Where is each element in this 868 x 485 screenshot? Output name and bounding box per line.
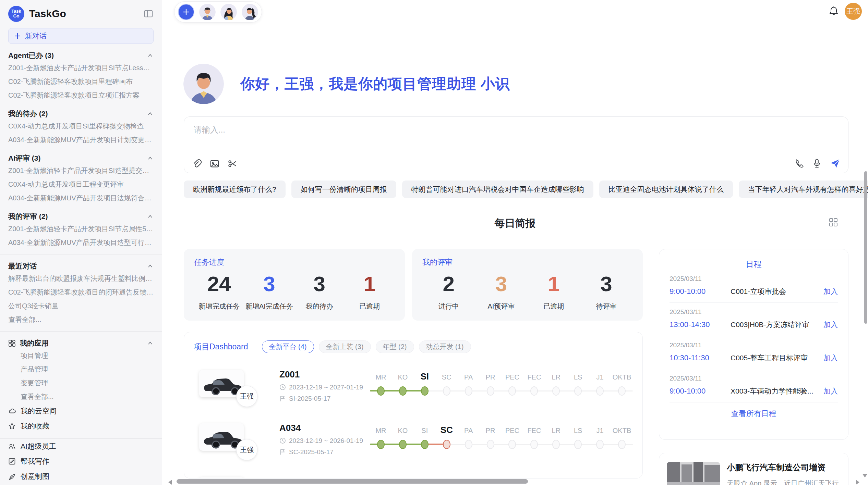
scroll-left-arrow[interactable] [168, 480, 172, 485]
milestone-node[interactable] [487, 386, 494, 396]
milestone-node[interactable] [399, 386, 407, 396]
scroll-down-arrow[interactable] [863, 474, 867, 477]
sidebar-item[interactable]: C0X4-动力总成开发项目工程变更评审 [8, 177, 154, 191]
dashboard-tab[interactable]: 动总开发 (1) [419, 340, 471, 353]
schedule-join-link[interactable]: 加入 [823, 386, 838, 396]
project-row[interactable]: 王强A0342023-12-19 ~ 2026-01-19SC-2025-05-… [194, 418, 633, 460]
suggestion-chip[interactable]: 如何写一份清晰的项目周报 [291, 181, 396, 198]
milestone-label: PR [486, 427, 495, 435]
project-row-partial [194, 472, 633, 478]
milestone-node[interactable] [487, 440, 494, 449]
user-avatar[interactable]: 王强 [845, 3, 862, 20]
milestone-node[interactable] [530, 440, 538, 449]
sidebar-item[interactable]: Z001-全新燃油轻卡产品开发项目SI节点属性5D文件评审 [8, 222, 154, 236]
view-all-schedule-link[interactable]: 查看所有日程 [670, 409, 838, 419]
milestone-node[interactable] [377, 386, 385, 396]
sidebar-link[interactable]: 我的收藏 [8, 419, 154, 434]
project-row[interactable]: 王强Z0012023-12-19 ~ 2027-01-19SI-2025-05-… [194, 365, 633, 407]
sidebar-item[interactable]: 公司Q3轻卡销量 [8, 299, 154, 313]
attachment-paperclip-icon[interactable] [192, 159, 202, 169]
scroll-right-arrow[interactable] [856, 480, 859, 485]
sidebar-item[interactable]: A034-全新新能源MUV产品开发项目造型可行性评审 [8, 236, 154, 249]
suggestion-chip[interactable]: 特朗普可能对进口汽车增税会对中国车企造成哪些影响 [402, 181, 593, 198]
stat-item: 3我的待办 [294, 272, 345, 311]
sidebar-section-header[interactable]: Agent已办 (3) [8, 50, 154, 61]
milestone-node[interactable] [552, 440, 560, 449]
image-icon[interactable] [209, 159, 220, 169]
sidebar-item[interactable]: C02-飞腾新能源轻客改款项目里程碑画布 [8, 75, 154, 88]
schedule-join-link[interactable]: 加入 [823, 353, 838, 363]
scissors-icon[interactable] [227, 159, 238, 169]
sidebar-section-header[interactable]: 我的待办 (2) [8, 108, 154, 119]
suggestion-chip[interactable]: 比亚迪全固态电池计划具体说了什么 [599, 181, 733, 198]
milestone-node[interactable] [443, 386, 450, 396]
milestone-node[interactable] [574, 440, 582, 449]
schedule-join-link[interactable]: 加入 [823, 287, 838, 296]
sidebar-item[interactable]: Z001-全新燃油皮卡产品开发项目SI节点Lesson Learn报告 [8, 61, 154, 75]
sidebar-item[interactable]: C0X4-动力总成开发项目SI里程碑提交物检查 [8, 119, 154, 133]
sidebar-section-header[interactable]: 最近对话 [8, 261, 154, 272]
sidebar-section-header[interactable]: 我的评审 (2) [8, 211, 154, 222]
sidebar-collapse-icon[interactable] [143, 9, 154, 19]
milestone-node[interactable] [596, 440, 604, 449]
suggestion-chip[interactable]: 当下年轻人对汽车外观有怎样的喜好趋势 [739, 181, 868, 198]
sidebar-section-header[interactable]: 我的应用 [8, 338, 154, 349]
sidebar-tool[interactable]: AI超级员工 [8, 439, 154, 454]
milestone-label: LS [574, 373, 582, 381]
sidebar-item[interactable]: C02-飞腾新能源轻客改款项目立项汇报方案 [8, 88, 154, 102]
news-card[interactable]: 小鹏飞行汽车制造公司增资 天眼查 App 显示，近日广州汇天飞行汽... [659, 453, 848, 485]
milestone-label: PA [464, 373, 473, 381]
sidebar-item[interactable]: A034-全新新能源MUV产品开发项目计划变更表编写 [8, 133, 154, 147]
layout-grid-icon[interactable] [829, 218, 838, 228]
horizontal-scrollbar[interactable] [177, 479, 528, 484]
add-agent-button[interactable] [178, 4, 194, 20]
sidebar-view-all[interactable]: 查看全部... [8, 313, 154, 326]
milestone-node[interactable] [399, 440, 407, 449]
milestone-node[interactable] [618, 386, 626, 396]
sidebar-app-item[interactable]: 产品管理 [8, 362, 154, 376]
sidebar-link[interactable]: 我的云空间 [8, 403, 154, 419]
notification-bell-icon[interactable] [828, 5, 839, 18]
sidebar-item[interactable]: A034-全新新能源MUV产品开发项目法规符合性评审 [8, 191, 154, 205]
vertical-scrollbar[interactable] [864, 171, 867, 324]
microphone-icon[interactable] [812, 158, 822, 169]
milestone-node[interactable] [530, 386, 538, 396]
milestone-label: FEC [527, 373, 541, 381]
milestone-node[interactable] [443, 440, 450, 449]
dashboard-tab[interactable]: 全新上装 (3) [319, 340, 371, 353]
sidebar-item[interactable]: C02-飞腾新能源轻客改款项目的闭环通告反馈情况 [8, 285, 154, 299]
milestone-node[interactable] [465, 440, 472, 449]
new-chat-button[interactable]: 新对话 [8, 28, 154, 44]
message-input[interactable] [193, 124, 776, 154]
sidebar-item[interactable]: 解释最新出台的欧盟报废车法规再生塑料比例被调至15%... [8, 272, 154, 285]
sidebar-section: AI评审 (3)Z001-全新燃油轻卡产品开发项目SI造型提交物评审C0X4-动… [8, 153, 154, 205]
sidebar-section-header[interactable]: AI评审 (3) [8, 153, 154, 164]
milestone-node[interactable] [508, 440, 516, 449]
sidebar-view-all[interactable]: 查看全部... [8, 390, 154, 403]
agent-avatar[interactable] [242, 4, 258, 20]
dashboard-tab[interactable]: 年型 (2) [376, 340, 414, 353]
milestone-node[interactable] [596, 386, 604, 396]
milestone-node[interactable] [421, 386, 429, 396]
milestone-node[interactable] [552, 386, 560, 396]
sidebar-tool[interactable]: 帮我写作 [8, 454, 154, 469]
milestone-node[interactable] [377, 440, 385, 449]
milestone-node[interactable] [508, 386, 516, 396]
agent-avatar[interactable] [220, 4, 237, 20]
send-icon[interactable] [830, 158, 841, 169]
sidebar-app-item[interactable]: 项目管理 [8, 349, 154, 362]
project-car-image [199, 477, 244, 478]
sidebar-tool[interactable]: 创意制图 [8, 469, 154, 484]
schedule-join-link[interactable]: 加入 [823, 320, 838, 329]
milestone-node[interactable] [421, 440, 429, 449]
sidebar-app-item[interactable]: 变更管理 [8, 376, 154, 390]
sidebar-item[interactable]: Z001-全新燃油轻卡产品开发项目SI造型提交物评审 [8, 164, 154, 177]
milestone-node[interactable] [618, 440, 626, 449]
phone-icon[interactable] [794, 158, 804, 169]
milestone-node[interactable] [574, 386, 582, 396]
agent-avatar[interactable] [199, 4, 216, 20]
dashboard-tab[interactable]: 全新平台 (4) [262, 340, 314, 353]
schedule-event-title: C001-立项审批会 [731, 287, 819, 296]
milestone-node[interactable] [465, 386, 472, 396]
suggestion-chip[interactable]: 欧洲新规最近颁布了什么? [184, 181, 286, 198]
